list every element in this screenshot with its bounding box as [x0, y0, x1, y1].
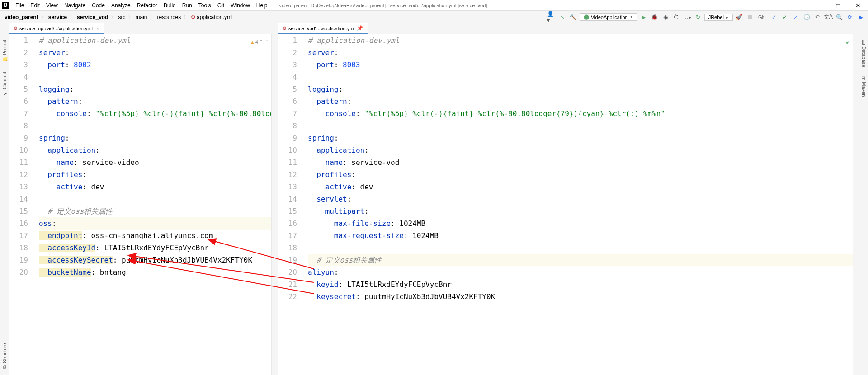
tool-project[interactable]: 📁Project: [1, 38, 7, 65]
tab-right-file[interactable]: ⚙ service_vod\...\application.yml 📌: [278, 23, 368, 34]
jrebel-run-icon[interactable]: 🚀: [735, 13, 744, 22]
editor-left: 1234567891011121314151617181920 # applic…: [9, 34, 278, 375]
run-button[interactable]: ▶: [639, 13, 648, 22]
tool-maven[interactable]: m Maven: [861, 75, 867, 98]
tabs-right: ⚙ service_vod\...\application.yml 📌: [278, 23, 868, 34]
yaml-icon: ⚙: [14, 26, 18, 31]
menu-navigate[interactable]: Navigate: [61, 1, 88, 9]
menu-run[interactable]: Run: [179, 1, 195, 9]
close-button[interactable]: ✕: [850, 1, 866, 10]
stop-button[interactable]: [745, 13, 755, 22]
tab-left-file[interactable]: ⚙ service_upload\...\application.yml ×: [9, 23, 104, 34]
menu-tools[interactable]: Tools: [196, 1, 214, 9]
vcs-update-icon[interactable]: ✓: [769, 13, 778, 22]
ok-check-icon: ✔: [846, 36, 850, 48]
tabs-left: ⚙ service_upload\...\application.yml ×: [0, 23, 278, 34]
tool-database[interactable]: 🗄 Database: [861, 38, 867, 69]
code-area-right[interactable]: 12345678910111213141516171819202122 # ap…: [278, 34, 859, 375]
settings-icon[interactable]: ▶: [856, 13, 865, 22]
search-icon[interactable]: 🔍: [835, 13, 844, 22]
line-gutter-left: 1234567891011121314151617181920: [9, 34, 34, 375]
code-content-right[interactable]: # application-dev.ymlserver: port: 8003 …: [303, 34, 859, 375]
jrebel-icon[interactable]: ↻: [693, 13, 703, 22]
inspection-widget-right[interactable]: ✔: [846, 36, 850, 48]
debug-button[interactable]: 🐞: [650, 13, 659, 22]
menu-help[interactable]: Help: [254, 1, 270, 9]
nav-bar: video_parent〉 service〉 service_vod〉 src〉…: [0, 11, 868, 23]
bc-module[interactable]: service_vod: [75, 13, 110, 21]
menu-bar: File Edit View Navigate Code Analyze Ref…: [13, 1, 270, 9]
sync-icon[interactable]: ⟳: [845, 13, 854, 22]
menu-git[interactable]: Git: [215, 1, 227, 9]
window-controls: — ◻ ✕: [810, 1, 866, 10]
title-bar: IJ File Edit View Navigate Code Analyze …: [0, 0, 868, 11]
yaml-icon: ⚙: [283, 26, 287, 31]
menu-file[interactable]: File: [13, 1, 27, 9]
git-label: Git:: [758, 14, 766, 20]
bc-file[interactable]: ⚙application.yml: [189, 13, 234, 21]
bc-resources[interactable]: resources: [155, 13, 183, 21]
tool-commit[interactable]: ✔Commit: [1, 70, 7, 98]
menu-build[interactable]: Build: [161, 1, 179, 9]
vcs-commit-icon[interactable]: ✓: [780, 13, 789, 22]
tool-structure[interactable]: ⧉Structure: [2, 341, 7, 370]
menu-edit[interactable]: Edit: [28, 1, 42, 9]
profiler-icon[interactable]: ⏱: [672, 13, 681, 22]
scrollbar-right[interactable]: [853, 34, 859, 375]
editor-right: 12345678910111213141516171819202122 # ap…: [278, 34, 859, 375]
app-icon: IJ: [2, 2, 9, 9]
main-area: 📁Project ✔Commit ⧉Structure 123456789101…: [0, 34, 868, 375]
jrebel-selector[interactable]: JRebel ▼: [704, 14, 733, 21]
window-title: video_parent [D:\Develop\IdeaPro\video_p…: [279, 3, 487, 8]
menu-code[interactable]: Code: [89, 1, 108, 9]
vcs-history-icon[interactable]: 🕒: [802, 13, 811, 22]
menu-analyze[interactable]: Analyze: [108, 1, 133, 9]
code-content-left[interactable]: # application-dev.ymlserver: port: 8002 …: [34, 34, 278, 375]
menu-window[interactable]: Window: [228, 1, 253, 9]
tab-left-label: service_upload\...\application.yml: [19, 26, 93, 31]
menu-refactor[interactable]: Refactor: [134, 1, 160, 9]
warning-count: 4: [255, 36, 259, 48]
attach-icon[interactable]: …▸: [683, 13, 692, 22]
inspection-chevron-icon: ˆ ˇ: [259, 36, 269, 48]
tab-pin-icon[interactable]: 📌: [357, 25, 363, 31]
hammer-icon[interactable]: 🔨: [569, 13, 578, 22]
bc-service[interactable]: service: [47, 13, 69, 21]
run-config-selector[interactable]: ⬤VideoApplication▼: [580, 13, 637, 21]
inspection-widget-left[interactable]: ▲ 4 ˆ ˇ: [251, 36, 269, 48]
breadcrumb: video_parent〉 service〉 service_vod〉 src〉…: [3, 13, 235, 21]
vcs-rollback-icon[interactable]: ↶: [813, 13, 822, 22]
left-tool-gutter: 📁Project ✔Commit ⧉Structure: [0, 34, 9, 375]
coverage-icon[interactable]: ◉: [661, 13, 670, 22]
bc-root[interactable]: video_parent: [3, 13, 40, 21]
tab-right-label: service_vod\...\application.yml: [288, 26, 355, 31]
toolbar-right: 👤▾ ↖ 🔨 ⬤VideoApplication▼ ▶ 🐞 ◉ ⏱ …▸ ↻ J…: [547, 13, 865, 22]
bc-src[interactable]: src: [116, 13, 127, 21]
code-area-left[interactable]: 1234567891011121314151617181920 # applic…: [9, 34, 278, 375]
split-editors: 1234567891011121314151617181920 # applic…: [9, 34, 859, 375]
translate-icon[interactable]: 文A: [824, 13, 833, 22]
back-icon[interactable]: ↖: [558, 13, 567, 22]
user-icon[interactable]: 👤▾: [547, 13, 556, 22]
scrollbar-left[interactable]: [271, 34, 278, 375]
right-tool-gutter: 🗄 Database m Maven: [859, 34, 868, 375]
minimize-button[interactable]: —: [810, 1, 826, 10]
warning-icon: ▲: [251, 36, 254, 48]
line-gutter-right: 12345678910111213141516171819202122: [278, 34, 303, 375]
maximize-button[interactable]: ◻: [830, 1, 846, 10]
tab-close-icon[interactable]: ×: [96, 26, 99, 31]
bc-main[interactable]: main: [133, 13, 149, 21]
vcs-push-icon[interactable]: ↗: [791, 13, 800, 22]
menu-view[interactable]: View: [43, 1, 61, 9]
